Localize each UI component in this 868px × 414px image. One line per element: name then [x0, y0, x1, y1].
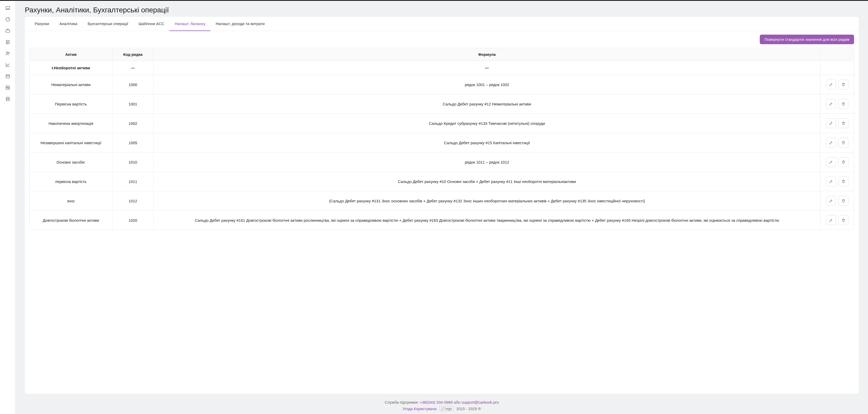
delete-button[interactable]: [839, 196, 848, 206]
svg-rect-6: [6, 75, 9, 78]
cell-formula: Сальдо Кредит субрахунку #133 Тимчасові …: [154, 114, 820, 133]
delete-button[interactable]: [839, 177, 848, 186]
cell-code: 1002: [113, 114, 154, 133]
reset-defaults-button[interactable]: Повернути стандартні значення для всіх р…: [760, 35, 854, 44]
edit-button[interactable]: [826, 80, 836, 89]
footer: Служба підтримки: +38(044) 334-5889 або …: [16, 396, 868, 414]
cell-actions: [820, 152, 854, 172]
tab-4[interactable]: Налашт. балансу: [169, 17, 211, 31]
tab-3[interactable]: Шаблони ACC: [133, 17, 169, 31]
tab-0[interactable]: Рахунки: [29, 17, 54, 31]
table-row: Незавершені капітальні інвестиції1005Сал…: [30, 133, 854, 152]
cell-asset: Основні засоби:: [30, 152, 113, 172]
trash-icon: [841, 160, 845, 164]
pencil-icon: [829, 218, 833, 222]
cell-formula: —: [154, 61, 820, 75]
pencil-icon: [829, 83, 833, 87]
svg-rect-7: [6, 86, 9, 89]
cell-actions: [820, 191, 854, 211]
delete-button[interactable]: [839, 99, 848, 109]
edit-button[interactable]: [826, 157, 836, 167]
book-icon[interactable]: [5, 96, 10, 101]
sidebar: [0, 1, 16, 414]
cell-formula: (Сальдо Дебет рахунку #131 Знос основних…: [154, 191, 820, 211]
tab-1[interactable]: Аналітика: [54, 17, 83, 31]
table-row: I.Необоротні активи——: [30, 61, 854, 75]
trash-icon: [841, 121, 845, 125]
page-title: Рахунки, Аналітики, Бухгалтерські операц…: [25, 6, 859, 14]
content-card: РахункиАналітикаБухгалтерські операціїШа…: [25, 17, 859, 394]
cell-actions: [820, 211, 854, 230]
logo-placeholder: logo: [439, 406, 454, 411]
col-header-formula: Формула: [154, 48, 820, 61]
footer-years: 2015 - 2025 ®: [456, 407, 481, 411]
svg-point-4: [6, 52, 8, 53]
cell-code: 1020: [113, 211, 154, 230]
cell-formula: Сальдо Дебет рахунку #15 Капітальні інве…: [154, 133, 820, 152]
users-icon[interactable]: [5, 51, 10, 56]
cell-actions: [820, 61, 854, 75]
cell-formula: Сальдо Дебет рахунку #161 Довгострокові …: [154, 211, 820, 230]
tabs: РахункиАналітикаБухгалтерські операціїШа…: [25, 17, 859, 31]
support-phone-link[interactable]: +38(044) 334-5889: [420, 400, 453, 405]
pencil-icon: [829, 102, 833, 106]
edit-button[interactable]: [826, 99, 836, 109]
pencil-icon: [829, 141, 833, 145]
table-row: Довгострокові біологічні активи1020Сальд…: [30, 211, 854, 230]
cell-asset: Довгострокові біологічні активи: [30, 211, 113, 230]
svg-point-8: [7, 87, 7, 88]
list-icon[interactable]: [5, 39, 10, 45]
delete-button[interactable]: [839, 138, 848, 148]
sliders-icon[interactable]: [5, 85, 10, 90]
toolbar: Повернути стандартні значення для всіх р…: [25, 31, 859, 48]
svg-rect-10: [6, 97, 9, 100]
trash-icon: [841, 102, 845, 106]
pencil-icon: [829, 121, 833, 125]
chart-line-icon[interactable]: [5, 62, 10, 67]
cell-formula: рядок 1011 – рядок 1012: [154, 152, 820, 172]
table-row: Первісна вартість1001Сальдо Дебет рахунк…: [30, 94, 854, 114]
cell-formula: рядок 1001 – рядок 1002: [154, 75, 820, 94]
table-container[interactable]: Актив Код рядка Формула I.Необоротні акт…: [25, 48, 859, 394]
cell-code: 1011: [113, 172, 154, 191]
svg-point-9: [8, 88, 9, 88]
table-row: Основні засоби:1010рядок 1011 – рядок 10…: [30, 152, 854, 172]
laptop-icon[interactable]: [5, 5, 10, 10]
table-row: первісна вартість1011Сальдо Дебет рахунк…: [30, 172, 854, 191]
user-agreement-link[interactable]: Угода Користувача: [403, 407, 437, 411]
cell-actions: [820, 133, 854, 152]
svg-rect-0: [6, 6, 9, 9]
delete-button[interactable]: [839, 157, 848, 167]
edit-button[interactable]: [826, 196, 836, 206]
table-row: Накопичена амортизація1002Сальдо Кредит …: [30, 114, 854, 133]
tab-5[interactable]: Налашт. доходи та витрати: [211, 17, 270, 31]
edit-button[interactable]: [826, 138, 836, 148]
trash-icon: [841, 179, 845, 183]
cell-asset: Незавершені капітальні інвестиції: [30, 133, 113, 152]
cell-asset: знос: [30, 191, 113, 211]
calendar-icon[interactable]: [5, 73, 10, 79]
edit-button[interactable]: [826, 118, 836, 128]
edit-button[interactable]: [826, 215, 836, 225]
cell-asset: I.Необоротні активи: [30, 61, 113, 75]
tab-2[interactable]: Бухгалтерські операції: [83, 17, 133, 31]
col-header-asset: Актив: [30, 48, 113, 61]
gauge-icon[interactable]: [5, 17, 10, 22]
briefcase-icon[interactable]: [5, 28, 10, 33]
cell-formula: Сальдо Дебет рахунку #12 Нематеріальні а…: [154, 94, 820, 114]
delete-button[interactable]: [839, 215, 848, 225]
edit-button[interactable]: [826, 177, 836, 186]
support-email-link[interactable]: support@carbook.pro: [461, 400, 499, 405]
svg-point-5: [8, 52, 9, 53]
table-row: Нематеріальні активи1000рядок 1001 – ряд…: [30, 75, 854, 94]
cell-code: 1001: [113, 94, 154, 114]
delete-button[interactable]: [839, 80, 848, 89]
footer-or: або: [454, 400, 460, 405]
cell-asset: Первісна вартість: [30, 94, 113, 114]
delete-button[interactable]: [839, 118, 848, 128]
trash-icon: [841, 199, 845, 203]
pencil-icon: [829, 199, 833, 203]
cell-code: 1012: [113, 191, 154, 211]
trash-icon: [841, 83, 845, 87]
cell-code: —: [113, 61, 154, 75]
